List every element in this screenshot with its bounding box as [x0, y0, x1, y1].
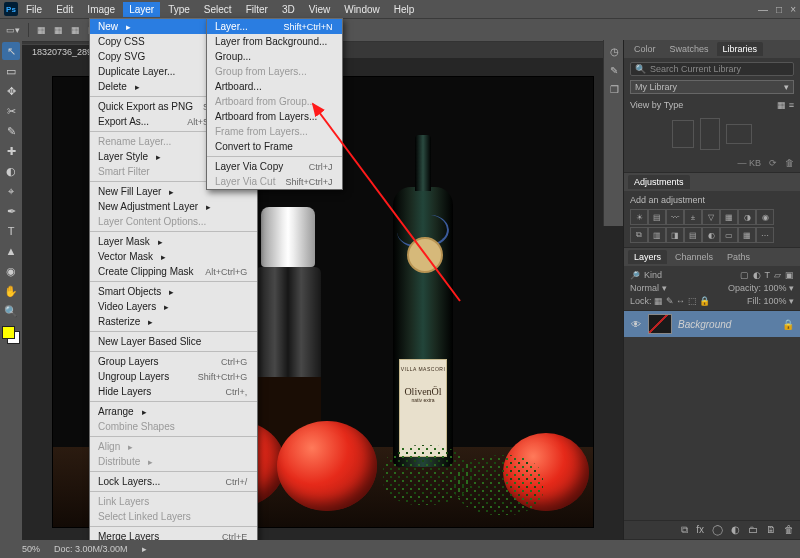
- filter-type-icon[interactable]: T: [765, 270, 771, 280]
- brightness-icon[interactable]: ☀: [630, 209, 648, 225]
- bw-icon[interactable]: ◑: [738, 209, 756, 225]
- curves-icon[interactable]: 〰: [666, 209, 684, 225]
- menu-item-new-layer-based-slice[interactable]: New Layer Based Slice: [90, 334, 257, 349]
- menu-item-distribute[interactable]: Distribute: [90, 454, 257, 469]
- menu-select[interactable]: Select: [198, 2, 238, 17]
- posterize-icon[interactable]: ▤: [684, 227, 702, 243]
- menu-item-vector-mask[interactable]: Vector Mask: [90, 249, 257, 264]
- threshold-icon[interactable]: ◐: [702, 227, 720, 243]
- marquee-new-icon[interactable]: ▦: [37, 25, 46, 35]
- zoom-tool[interactable]: 🔍: [2, 302, 20, 320]
- marquee-sub-icon[interactable]: ▦: [71, 25, 80, 35]
- heal-tool[interactable]: ✚: [2, 142, 20, 160]
- lasso-tool[interactable]: ✥: [2, 82, 20, 100]
- tab-libraries[interactable]: Libraries: [717, 42, 764, 56]
- layer-row-background[interactable]: 👁 Background 🔒: [624, 311, 800, 337]
- tab-color[interactable]: Color: [628, 42, 662, 56]
- new-group-icon[interactable]: 🗀: [748, 524, 758, 536]
- kind-filter[interactable]: Kind: [644, 270, 662, 280]
- brush-tool[interactable]: ◐: [2, 162, 20, 180]
- menu-view[interactable]: View: [303, 2, 337, 17]
- submenu-item-layer-[interactable]: Layer...Shift+Ctrl+N: [207, 19, 342, 34]
- menu-window[interactable]: Window: [338, 2, 386, 17]
- menu-help[interactable]: Help: [388, 2, 421, 17]
- gradient-map-icon[interactable]: ▭: [720, 227, 738, 243]
- menu-filter[interactable]: Filter: [240, 2, 274, 17]
- clone-panel-icon[interactable]: ❐: [610, 84, 619, 95]
- menu-item-rasterize[interactable]: Rasterize: [90, 314, 257, 329]
- library-search[interactable]: 🔍 Search Current Library: [630, 62, 794, 76]
- menu-item-hide-layers[interactable]: Hide LayersCtrl+,: [90, 384, 257, 399]
- move-tool[interactable]: ↖: [2, 42, 20, 60]
- menu-image[interactable]: Image: [81, 2, 121, 17]
- close-button[interactable]: ×: [790, 4, 796, 15]
- levels-icon[interactable]: ▤: [648, 209, 666, 225]
- library-dropdown[interactable]: My Library▾: [630, 80, 794, 94]
- filter-pixel-icon[interactable]: ▢: [740, 270, 749, 280]
- minimize-button[interactable]: —: [758, 4, 768, 15]
- grid-view-icon[interactable]: ▦: [777, 100, 786, 110]
- menu-item-ungroup-layers[interactable]: Ungroup LayersShift+Ctrl+G: [90, 369, 257, 384]
- new-layer-icon[interactable]: 🗎: [766, 524, 776, 536]
- channel-mixer-icon[interactable]: ⧉: [630, 227, 648, 243]
- tab-paths[interactable]: Paths: [721, 250, 756, 264]
- vibrance-icon[interactable]: ▽: [702, 209, 720, 225]
- more-adj-icon[interactable]: ⋯: [756, 227, 774, 243]
- selective-color-icon[interactable]: ▦: [738, 227, 756, 243]
- submenu-item-group-[interactable]: Group...: [207, 49, 342, 64]
- menu-item-combine-shapes[interactable]: Combine Shapes: [90, 419, 257, 434]
- fill-value[interactable]: 100%: [763, 296, 786, 306]
- menu-item-new-adjustment-layer[interactable]: New Adjustment Layer: [90, 199, 257, 214]
- submenu-item-layer-from-background-[interactable]: Layer from Background...: [207, 34, 342, 49]
- lock-icon[interactable]: 🔒: [782, 319, 794, 330]
- mask-icon[interactable]: ◯: [712, 524, 723, 536]
- menu-item-lock-layers-[interactable]: Lock Layers...Ctrl+/: [90, 474, 257, 489]
- photo-filter-icon[interactable]: ◉: [756, 209, 774, 225]
- submenu-item-artboard-from-group-[interactable]: Artboard from Group...: [207, 94, 342, 109]
- crop-tool[interactable]: ✂: [2, 102, 20, 120]
- menu-file[interactable]: File: [20, 2, 48, 17]
- shape-tool[interactable]: ▲: [2, 242, 20, 260]
- maximize-button[interactable]: □: [776, 4, 782, 15]
- menu-item-layer-content-options-[interactable]: Layer Content Options...: [90, 214, 257, 229]
- menu-item-arrange[interactable]: Arrange: [90, 404, 257, 419]
- view-by-type[interactable]: View by Type: [630, 100, 683, 110]
- hand-tool[interactable]: ✋: [2, 282, 20, 300]
- submenu-item-artboard-from-layers-[interactable]: Artboard from Layers...: [207, 109, 342, 124]
- delete-icon[interactable]: 🗑: [785, 158, 794, 168]
- trash-icon[interactable]: 🗑: [784, 524, 794, 536]
- marquee-tool[interactable]: ▭: [2, 62, 20, 80]
- submenu-item-convert-to-frame[interactable]: Convert to Frame: [207, 139, 342, 154]
- submenu-item-layer-via-cut[interactable]: Layer Via CutShift+Ctrl+J: [207, 174, 342, 189]
- tab-channels[interactable]: Channels: [669, 250, 719, 264]
- tool-preset-icon[interactable]: ▭▾: [6, 25, 20, 35]
- filter-smart-icon[interactable]: ▣: [785, 270, 794, 280]
- menu-layer[interactable]: Layer: [123, 2, 160, 17]
- type-tool[interactable]: T: [2, 222, 20, 240]
- menu-item-video-layers[interactable]: Video Layers: [90, 299, 257, 314]
- eyedropper-tool[interactable]: ✎: [2, 122, 20, 140]
- blend-mode-dropdown[interactable]: Normal ▾: [630, 283, 667, 293]
- submenu-item-group-from-layers-[interactable]: Group from Layers...: [207, 64, 342, 79]
- menu-item-create-clipping-mask[interactable]: Create Clipping MaskAlt+Ctrl+G: [90, 264, 257, 279]
- opacity-value[interactable]: 100%: [763, 283, 786, 293]
- marquee-add-icon[interactable]: ▦: [54, 25, 63, 35]
- hue-icon[interactable]: ▦: [720, 209, 738, 225]
- tab-layers[interactable]: Layers: [628, 250, 667, 264]
- pen-tool[interactable]: ✒: [2, 202, 20, 220]
- brush-panel-icon[interactable]: ✎: [610, 65, 618, 76]
- tab-adjustments[interactable]: Adjustments: [628, 175, 690, 189]
- submenu-item-layer-via-copy[interactable]: Layer Via CopyCtrl+J: [207, 159, 342, 174]
- submenu-item-frame-from-layers-[interactable]: Frame from Layers...: [207, 124, 342, 139]
- filter-adj-icon[interactable]: ◐: [753, 270, 761, 280]
- exposure-icon[interactable]: ±: [684, 209, 702, 225]
- link-layers-icon[interactable]: ⧉: [681, 524, 688, 536]
- foreground-swatch[interactable]: [2, 326, 15, 339]
- gradient-tool[interactable]: ◉: [2, 262, 20, 280]
- color-lookup-icon[interactable]: ▥: [648, 227, 666, 243]
- submenu-item-artboard-[interactable]: Artboard...: [207, 79, 342, 94]
- layer-name[interactable]: Background: [678, 319, 731, 330]
- menu-edit[interactable]: Edit: [50, 2, 79, 17]
- menu-item-select-linked-layers[interactable]: Select Linked Layers: [90, 509, 257, 524]
- new-adjustment-icon[interactable]: ◐: [731, 524, 740, 536]
